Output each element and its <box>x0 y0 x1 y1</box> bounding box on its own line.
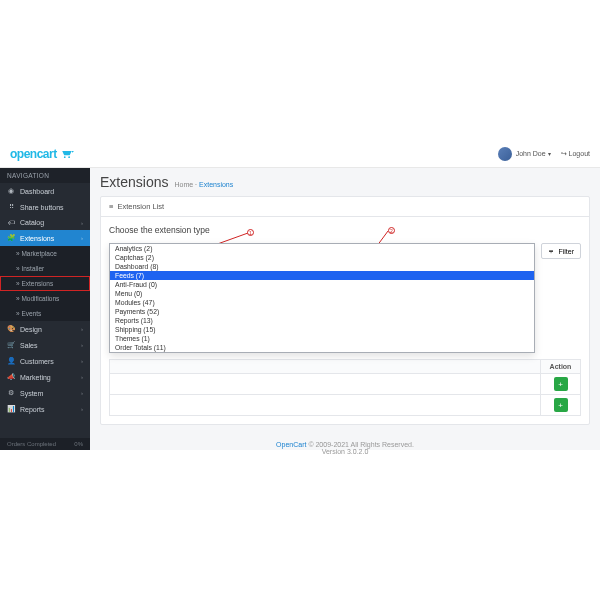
dropdown-option[interactable]: Themes (1) <box>110 334 534 343</box>
footer-link[interactable]: OpenCart <box>276 441 306 448</box>
brand-logo[interactable]: opencart <box>0 147 100 161</box>
extension-list-panel: ≡ Extension List Choose the extension ty… <box>100 196 590 425</box>
dropdown-option[interactable]: Payments (52) <box>110 307 534 316</box>
extension-type-dropdown[interactable]: Analytics (2)Captchas (2)Dashboard (8)Fe… <box>109 243 535 353</box>
breadcrumb: Home · Extensions <box>174 181 233 188</box>
sidebar-sub-installer[interactable]: » Installer <box>0 261 90 276</box>
dropdown-option[interactable]: Modules (47) <box>110 298 534 307</box>
nav-icon: ⠿ <box>7 203 15 211</box>
sidebar-item-sales[interactable]: 🛒Sales› <box>0 337 90 353</box>
sidebar-item-share-buttons[interactable]: ⠿Share buttons <box>0 199 90 215</box>
logout-label: Logout <box>569 150 590 157</box>
nav-icon: ◉ <box>7 187 15 195</box>
sidebar-item-extensions[interactable]: 🧩Extensions› <box>0 230 90 246</box>
user-menu[interactable]: John Doe ▾ <box>498 147 551 161</box>
sidebar-footer: Orders Completed 0% <box>0 438 90 450</box>
sidebar-item-design[interactable]: 🎨Design› <box>0 321 90 337</box>
chevron-right-icon: › <box>81 342 83 348</box>
sidebar: NAVIGATION ◉Dashboard⠿Share buttons🏷Cata… <box>0 168 90 450</box>
annotation-badge-2: 2 <box>388 227 395 234</box>
chevron-right-icon: › <box>81 220 83 226</box>
chevron-down-icon: ▾ <box>548 150 551 157</box>
nav-icon: 👤 <box>7 357 15 365</box>
nav-icon: 🛒 <box>7 341 15 349</box>
chevron-right-icon: › <box>81 374 83 380</box>
nav-icon: 🎨 <box>7 325 15 333</box>
sidebar-item-dashboard[interactable]: ◉Dashboard <box>0 183 90 199</box>
breadcrumb-current[interactable]: Extensions <box>199 181 233 188</box>
main-content: Extensions Home · Extensions ≡ Extension… <box>90 168 600 450</box>
nav-icon: 📣 <box>7 373 15 381</box>
extensions-table: Action + + <box>109 359 581 416</box>
install-button[interactable]: + <box>554 377 568 391</box>
sidebar-item-marketing[interactable]: 📣Marketing› <box>0 369 90 385</box>
nav-icon: 🏷 <box>7 219 15 226</box>
dropdown-option[interactable]: Order Totals (11) <box>110 343 534 352</box>
dropdown-option[interactable]: Feeds (7) <box>110 271 534 280</box>
svg-point-1 <box>68 156 70 158</box>
dropdown-option[interactable]: Reports (13) <box>110 316 534 325</box>
page-header: Extensions Home · Extensions <box>90 168 600 196</box>
brand-name: opencart <box>10 147 57 161</box>
logout-icon: ↪ <box>561 150 567 157</box>
cart-icon <box>58 149 74 159</box>
install-button[interactable]: + <box>554 398 568 412</box>
sidebar-sub-extensions[interactable]: » Extensions <box>0 276 90 291</box>
sidebar-item-system[interactable]: ⚙System› <box>0 385 90 401</box>
extension-type-prompt: Choose the extension type <box>109 225 581 235</box>
table-row: + <box>110 374 581 395</box>
nav-icon: ⚙ <box>7 389 15 397</box>
chevron-right-icon: › <box>81 235 83 241</box>
dropdown-option[interactable]: Captchas (2) <box>110 253 534 262</box>
sidebar-sub-marketplace[interactable]: » Marketplace <box>0 246 90 261</box>
dropdown-option[interactable]: Anti-Fraud (0) <box>110 280 534 289</box>
chevron-right-icon: › <box>81 406 83 412</box>
table-row: + <box>110 395 581 416</box>
filter-button[interactable]: ⫧ Filter <box>541 243 581 259</box>
chevron-right-icon: › <box>81 358 83 364</box>
dropdown-option[interactable]: Analytics (2) <box>110 244 534 253</box>
nav-icon: 🧩 <box>7 234 15 242</box>
sidebar-sub-events[interactable]: » Events <box>0 306 90 321</box>
page-title: Extensions <box>100 174 168 190</box>
svg-point-0 <box>64 156 66 158</box>
chevron-right-icon: › <box>81 326 83 332</box>
avatar <box>498 147 512 161</box>
sidebar-item-reports[interactable]: 📊Reports› <box>0 401 90 417</box>
col-action: Action <box>541 360 581 374</box>
filter-icon: ⫧ <box>548 248 555 255</box>
dropdown-option[interactable]: Menu (0) <box>110 289 534 298</box>
sidebar-item-customers[interactable]: 👤Customers› <box>0 353 90 369</box>
dropdown-option[interactable]: Shipping (15) <box>110 325 534 334</box>
list-icon: ≡ <box>109 202 113 211</box>
annotation-badge-1: 1 <box>247 229 254 236</box>
user-name: John Doe <box>516 150 546 157</box>
dropdown-option[interactable]: Dashboard (8) <box>110 262 534 271</box>
sidebar-item-catalog[interactable]: 🏷Catalog› <box>0 215 90 230</box>
chevron-right-icon: › <box>81 390 83 396</box>
app-header: opencart John Doe ▾ ↪ Logout <box>0 140 600 168</box>
sidebar-sub-modifications[interactable]: » Modifications <box>0 291 90 306</box>
nav-icon: 📊 <box>7 405 15 413</box>
panel-title: ≡ Extension List <box>101 197 589 217</box>
app-footer: OpenCart © 2009-2021 All Rights Reserved… <box>90 433 600 463</box>
logout-link[interactable]: ↪ Logout <box>561 150 590 158</box>
sidebar-heading: NAVIGATION <box>0 168 90 183</box>
